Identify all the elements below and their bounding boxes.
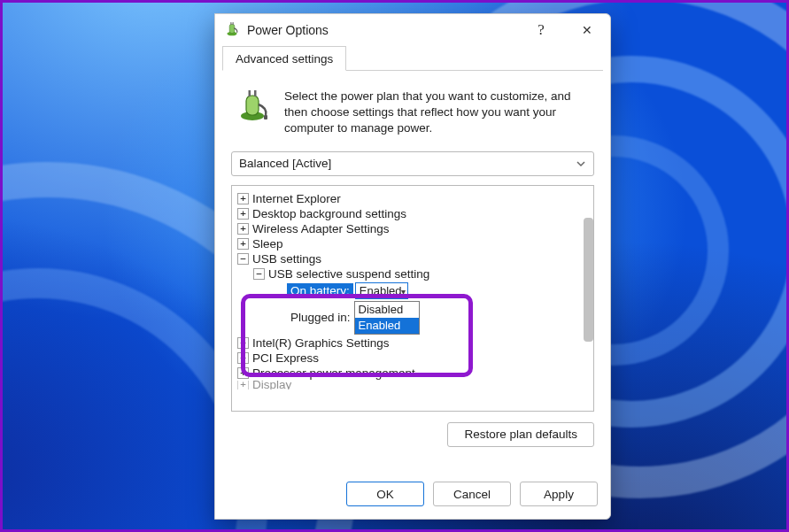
tree-item-sleep[interactable]: + Sleep [237,236,592,251]
intro-row: Select the power plan that you want to c… [235,89,591,137]
svg-rect-3 [233,22,234,25]
tree-scrollbar[interactable] [584,218,593,407]
ok-button[interactable]: OK [346,482,424,506]
tree-label: Display [252,381,291,389]
svg-rect-7 [254,90,257,96]
expand-icon[interactable]: + [237,381,249,389]
expand-icon[interactable]: + [237,238,249,250]
plugged-in-dropdown[interactable]: Disabled Enabled [354,301,420,335]
tree-label: Intel(R) Graphics Settings [252,336,390,350]
help-button[interactable]: ? [522,17,561,43]
window-title: Power Options [247,23,514,37]
tree-item-intel-graphics[interactable]: + Intel(R) Graphics Settings [237,335,592,351]
expand-icon[interactable]: + [237,193,249,204]
power-plan-selected: Balanced [Active] [239,157,331,170]
restore-plan-defaults-button[interactable]: Restore plan defaults [447,422,594,447]
app-icon [224,21,240,40]
tree-item-internet-explorer[interactable]: + Internet Explorer [237,191,592,206]
tree-label: Sleep [252,237,283,251]
setting-on-battery: On battery: Enabled ▾ [287,281,592,300]
on-battery-label: On battery: [287,283,353,298]
on-battery-combo[interactable]: Enabled ▾ [355,282,408,299]
tree-item-processor-power[interactable]: + Processor power management [237,366,592,381]
tab-advanced-settings[interactable]: Advanced settings [222,46,346,71]
tree-label: USB selective suspend setting [268,267,429,281]
power-plan-select[interactable]: Balanced [Active] [231,151,594,176]
on-battery-value: Enabled [360,284,402,297]
power-options-dialog: Power Options ? ✕ Advanced settings [214,13,611,520]
svg-rect-1 [229,24,235,33]
svg-rect-6 [249,90,251,96]
expand-icon[interactable]: + [237,208,249,220]
tree-item-wireless-adapter[interactable]: + Wireless Adapter Settings [237,221,592,236]
tree-label: USB settings [252,252,321,266]
tree-label: Wireless Adapter Settings [252,222,390,235]
dropdown-option-disabled[interactable]: Disabled [355,302,419,318]
tab-strip: Advanced settings [222,46,603,71]
chevron-down-icon [576,156,586,174]
plugged-in-label: Plugged in: [290,310,352,325]
tree-item-display[interactable]: + Display [237,381,592,389]
power-plan-icon [235,89,270,137]
settings-tree: + Internet Explorer + Desktop background… [231,185,594,412]
tree-item-usb-settings[interactable]: − USB settings [237,251,592,266]
titlebar: Power Options ? ✕ [215,14,610,46]
expand-icon[interactable]: + [237,352,249,364]
setting-plugged-in: Plugged in: Disabled Enabled [287,300,592,335]
tree-label: Processor power management [252,366,415,380]
cancel-button[interactable]: Cancel [433,482,511,506]
tree-item-desktop-background[interactable]: + Desktop background settings [237,206,592,221]
expand-icon[interactable]: + [237,223,249,235]
dropdown-option-enabled[interactable]: Enabled [355,318,419,334]
svg-rect-5 [246,96,259,115]
svg-rect-2 [230,22,231,25]
tree-label: Desktop background settings [252,207,406,220]
tree-label: PCI Express [252,351,319,365]
tree-item-usb-selective-suspend[interactable]: − USB selective suspend setting [253,266,592,281]
dialog-footer: OK Cancel Apply [215,474,610,519]
tree-label: Internet Explorer [252,192,341,205]
scrollbar-thumb[interactable] [584,218,593,342]
apply-button[interactable]: Apply [520,482,598,506]
intro-text: Select the power plan that you want to c… [284,89,591,137]
svg-rect-8 [264,115,267,120]
close-button[interactable]: ✕ [568,17,607,43]
tree-item-pci-express[interactable]: + PCI Express [237,351,592,366]
chevron-down-icon: ▾ [401,284,406,299]
collapse-icon[interactable]: − [237,253,249,265]
expand-icon[interactable]: + [237,337,249,349]
collapse-icon[interactable]: − [253,268,265,280]
expand-icon[interactable]: + [237,367,249,379]
